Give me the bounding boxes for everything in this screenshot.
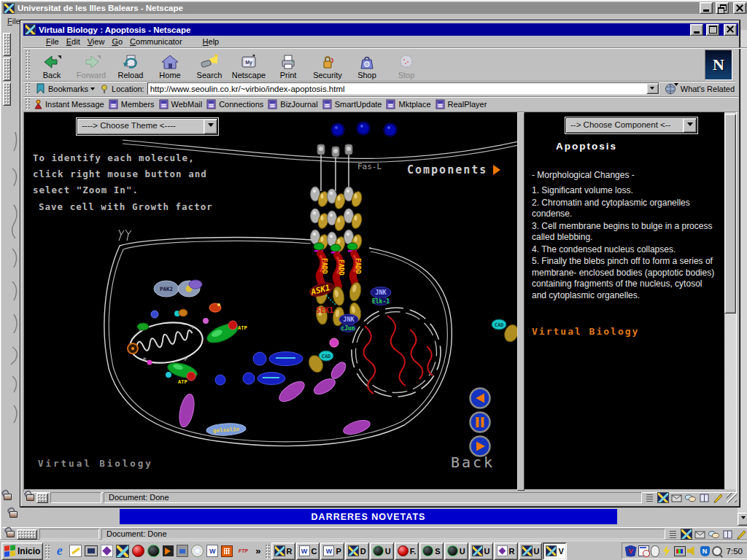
task-button[interactable]: D bbox=[345, 542, 369, 560]
internet-explorer-icon[interactable]: e bbox=[53, 544, 66, 558]
scrollbar-thumb[interactable] bbox=[724, 114, 736, 314]
show-desktop-icon[interactable] bbox=[85, 545, 98, 556]
choose-theme-dropdown[interactable]: ----> Choose Theme <---- bbox=[77, 118, 218, 135]
whats-related-button[interactable]: What's Related bbox=[662, 83, 737, 95]
task-button[interactable]: U bbox=[444, 542, 468, 560]
realplayer-icon[interactable] bbox=[132, 545, 144, 557]
personal-item-webmail[interactable]: WebMail bbox=[159, 99, 203, 109]
outer-page-banner[interactable]: DARRERES NOVETATS bbox=[120, 509, 617, 524]
task-button[interactable]: U bbox=[469, 542, 493, 560]
toolbar-grippy[interactable] bbox=[25, 98, 30, 110]
personal-item-members[interactable]: Members bbox=[109, 99, 155, 109]
outer-titlebar[interactable]: Universitat de les Illes Balears - Netsc… bbox=[2, 2, 747, 14]
quicklaunch-handle[interactable] bbox=[44, 544, 50, 559]
composer-icon[interactable] bbox=[736, 529, 747, 540]
reload-button[interactable]: Reload bbox=[111, 49, 150, 80]
browser-close-button[interactable] bbox=[724, 24, 737, 36]
personal-item-instant-message[interactable]: Instant Message bbox=[34, 99, 104, 109]
back-button[interactable]: Back bbox=[32, 49, 71, 80]
antivirus-shield-icon[interactable]: V bbox=[625, 545, 637, 557]
task-button[interactable]: WP bbox=[320, 542, 344, 560]
volume-icon[interactable] bbox=[687, 545, 699, 557]
url-dropdown-button[interactable] bbox=[646, 83, 659, 94]
task-button[interactable]: R bbox=[271, 542, 295, 560]
toolbar-grippy[interactable] bbox=[25, 82, 30, 95]
personal-item-smartupdate[interactable]: SmartUpdate bbox=[322, 99, 382, 109]
dropdown-arrow-button[interactable] bbox=[683, 118, 697, 133]
orange-arrow-icon[interactable] bbox=[163, 545, 174, 556]
outer-close-button[interactable] bbox=[733, 2, 746, 14]
forward-button[interactable]: Forward bbox=[71, 49, 111, 80]
norton-shield-icon[interactable]: N bbox=[700, 546, 710, 556]
scheduler-magnifier-icon[interactable] bbox=[711, 545, 723, 557]
component-bar-handle[interactable] bbox=[646, 494, 653, 502]
outer-toolbar-grippy[interactable] bbox=[3, 33, 11, 56]
mouse-icon[interactable] bbox=[651, 545, 659, 557]
navigator-icon[interactable] bbox=[681, 529, 692, 540]
playback-rewind-button[interactable] bbox=[471, 389, 490, 408]
compose-icon[interactable] bbox=[69, 545, 82, 557]
statusbar-grippy[interactable] bbox=[36, 493, 48, 503]
toolbar-grippy[interactable] bbox=[25, 50, 30, 79]
task-button[interactable]: S bbox=[419, 542, 443, 560]
addressbook-icon[interactable] bbox=[699, 493, 711, 503]
frame-divider[interactable] bbox=[517, 112, 525, 491]
discussions-icon[interactable] bbox=[685, 493, 697, 503]
orange-grid-icon[interactable] bbox=[221, 545, 233, 557]
quicklaunch-overflow-chevron[interactable]: » bbox=[253, 545, 263, 556]
cd-player-icon[interactable] bbox=[191, 545, 204, 557]
security-lock-icon[interactable] bbox=[7, 531, 15, 537]
word-icon[interactable]: W bbox=[206, 545, 218, 557]
netscape-quicklaunch-icon[interactable] bbox=[116, 545, 129, 558]
stop-button[interactable]: Stop bbox=[387, 49, 426, 80]
task-button[interactable]: R bbox=[494, 542, 518, 560]
my-netscape-button[interactable]: My Netscape bbox=[229, 49, 268, 80]
statusbar-grippy[interactable] bbox=[17, 529, 37, 540]
personal-item-realplayer[interactable]: RealPlayer bbox=[436, 99, 487, 109]
choose-component-dropdown[interactable]: --> Choose Component <-- bbox=[565, 117, 697, 133]
outer-restore-button[interactable] bbox=[716, 2, 729, 14]
personal-item-mktplace[interactable]: Mktplace bbox=[386, 99, 430, 109]
outer-scrollbar-down-button[interactable] bbox=[738, 513, 747, 526]
personal-item-connections[interactable]: Connections bbox=[206, 99, 263, 109]
playback-pause-button[interactable] bbox=[471, 413, 490, 432]
outer-toolbar-grippy[interactable] bbox=[3, 82, 11, 106]
discussions-icon[interactable] bbox=[708, 529, 720, 540]
mail-icon[interactable] bbox=[671, 493, 683, 503]
tray-clock[interactable]: 7:50 bbox=[724, 547, 745, 556]
dark-globe-icon[interactable] bbox=[147, 545, 160, 557]
outer-toolbar-grippy[interactable] bbox=[3, 58, 11, 81]
menu-view[interactable]: View bbox=[84, 36, 109, 47]
mail-icon[interactable] bbox=[694, 529, 706, 540]
print-button[interactable]: Print bbox=[268, 49, 308, 80]
menu-go[interactable]: Go bbox=[108, 36, 126, 47]
bookmarks-button[interactable]: Bookmarks bbox=[33, 83, 97, 94]
dropdown-arrow-button[interactable] bbox=[204, 119, 217, 134]
task-button[interactable]: WC bbox=[296, 542, 320, 560]
menu-file[interactable]: File bbox=[42, 36, 63, 47]
menu-edit[interactable]: Edit bbox=[63, 36, 84, 47]
task-button[interactable]: F. bbox=[395, 542, 419, 560]
frame-scrollbar[interactable] bbox=[724, 112, 736, 489]
menu-communicator[interactable]: Communicator bbox=[126, 36, 186, 47]
resize-grip[interactable] bbox=[727, 493, 737, 502]
browser-minimize-button[interactable] bbox=[690, 24, 703, 36]
channels-icon[interactable] bbox=[101, 545, 113, 557]
device-icon[interactable] bbox=[177, 545, 188, 557]
task-button[interactable]: U bbox=[370, 542, 394, 560]
menu-help[interactable]: Help bbox=[199, 36, 223, 47]
ftp-icon[interactable]: FTP bbox=[236, 544, 250, 558]
task-button[interactable]: U bbox=[519, 542, 543, 560]
security-lock-icon[interactable] bbox=[26, 494, 34, 501]
shop-button[interactable]: Shop bbox=[347, 49, 387, 80]
navigator-icon[interactable] bbox=[657, 492, 669, 503]
start-button[interactable]: Inicio bbox=[1, 542, 43, 560]
browser-maximize-button[interactable] bbox=[706, 24, 719, 36]
components-link[interactable]: Components bbox=[407, 163, 506, 176]
power-lightning-icon[interactable] bbox=[661, 545, 673, 557]
composer-icon[interactable] bbox=[713, 493, 724, 503]
display-settings-icon[interactable] bbox=[674, 546, 686, 556]
security-button[interactable]: Security bbox=[308, 49, 347, 80]
browser-titlebar[interactable]: Virtual Biology : Apoptosis - Netscape bbox=[23, 23, 738, 36]
url-input[interactable] bbox=[148, 83, 646, 94]
